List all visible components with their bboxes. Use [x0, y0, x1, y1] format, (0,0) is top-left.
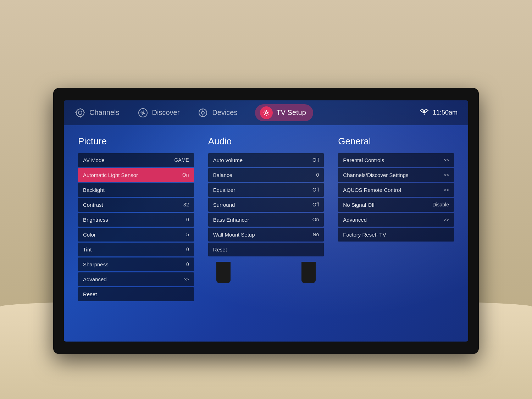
picture-contrast[interactable]: Contrast 32 [78, 198, 194, 212]
aquos-label: AQUOS Remote Control [343, 187, 401, 193]
picture-backlight[interactable]: Backlight [78, 183, 194, 197]
general-advanced[interactable]: Advanced >> [338, 213, 454, 227]
discover-label: Discover [152, 109, 180, 117]
picture-color[interactable]: Color 5 [78, 228, 194, 242]
nav-tvsetup[interactable]: TV Setup [255, 104, 313, 121]
nav-bar: Channels Discover [64, 100, 468, 125]
auto-light-value: On [182, 172, 189, 178]
svg-point-11 [265, 112, 267, 114]
general-advanced-arrows: >> [444, 217, 449, 222]
brightness-label: Brightness [83, 217, 108, 223]
brightness-value: 0 [186, 217, 189, 222]
equalizer-value: Off [312, 187, 319, 193]
picture-brightness[interactable]: Brightness 0 [78, 213, 194, 227]
clock: 11:50am [433, 109, 458, 116]
audio-title: Audio [208, 136, 324, 147]
general-aquos[interactable]: AQUOS Remote Control >> [338, 183, 454, 197]
av-mode-label: AV Mode [83, 157, 105, 163]
general-advanced-label: Advanced [343, 217, 367, 223]
devices-label: Devices [212, 109, 237, 117]
general-parental[interactable]: Parental Controls >> [338, 153, 454, 167]
svg-point-0 [76, 109, 84, 117]
av-mode-value: GAME [174, 157, 189, 163]
general-no-signal[interactable]: No Signal Off Disable [338, 198, 454, 212]
tint-value: 0 [186, 246, 189, 252]
no-signal-label: No Signal Off [343, 202, 375, 208]
balance-value: 0 [316, 172, 319, 178]
nav-discover[interactable]: Discover [137, 107, 180, 118]
sharpness-value: 0 [186, 261, 189, 267]
nav-right: 11:50am [420, 108, 458, 117]
nav-items: Channels Discover [74, 104, 313, 121]
general-title: General [338, 136, 454, 147]
audio-reset-label: Reset [213, 246, 227, 253]
svg-point-8 [201, 111, 204, 114]
picture-tint[interactable]: Tint 0 [78, 243, 194, 256]
audio-surround[interactable]: Surround Off [208, 198, 324, 212]
color-label: Color [83, 232, 96, 238]
bass-enhancer-label: Bass Enhancer [213, 217, 249, 223]
contrast-value: 32 [183, 202, 189, 207]
bass-enhancer-value: On [312, 217, 319, 222]
equalizer-label: Equalizer [213, 187, 235, 193]
audio-balance[interactable]: Balance 0 [208, 168, 324, 182]
audio-equalizer[interactable]: Equalizer Off [208, 183, 324, 197]
backlight-label: Backlight [83, 187, 105, 193]
picture-section: Picture AV Mode GAME Automatic Light Sen… [78, 136, 194, 302]
settings-content: Picture AV Mode GAME Automatic Light Sen… [64, 125, 468, 313]
general-factory-reset[interactable]: Factory Reset- TV [338, 228, 454, 242]
audio-wall-mount[interactable]: Wall Mount Setup No [208, 228, 324, 242]
color-value: 5 [186, 232, 189, 237]
parental-label: Parental Controls [343, 157, 384, 163]
tvsetup-icon [260, 106, 273, 119]
contrast-label: Contrast [83, 202, 103, 208]
picture-sharpness[interactable]: Sharpness 0 [78, 257, 194, 271]
auto-volume-value: Off [312, 157, 319, 163]
sharpness-label: Sharpness [83, 261, 109, 267]
wifi-icon [420, 108, 428, 117]
audio-bass-enhancer[interactable]: Bass Enhancer On [208, 213, 324, 227]
channels-discover-arrows: >> [444, 172, 449, 178]
no-signal-value: Disable [432, 202, 449, 207]
picture-advanced-label: Advanced [83, 276, 107, 282]
channels-discover-label: Channels/Discover Settings [343, 172, 408, 178]
surround-value: Off [312, 202, 319, 207]
audio-auto-volume[interactable]: Auto volume Off [208, 153, 324, 167]
factory-reset-label: Factory Reset- TV [343, 232, 386, 238]
surround-label: Surround [213, 202, 235, 208]
general-section: General Parental Controls >> Channels/Di… [338, 136, 454, 302]
tv-screen: Channels Discover [64, 100, 468, 342]
picture-auto-light[interactable]: Automatic Light Sensor On [78, 168, 194, 182]
picture-advanced-arrows: >> [183, 277, 189, 282]
wall-mount-label: Wall Mount Setup [213, 232, 255, 238]
auto-volume-label: Auto volume [213, 157, 243, 163]
tv-frame: Channels Discover [53, 88, 479, 354]
svg-point-1 [78, 111, 82, 115]
picture-reset[interactable]: Reset [78, 287, 194, 301]
tint-label: Tint [83, 246, 92, 253]
channels-label: Channels [89, 109, 120, 117]
wall-mount-value: No [312, 232, 319, 237]
aquos-arrows: >> [444, 187, 449, 193]
picture-title: Picture [78, 136, 194, 147]
picture-advanced[interactable]: Advanced >> [78, 272, 194, 286]
picture-reset-label: Reset [83, 291, 97, 297]
audio-reset[interactable]: Reset [208, 243, 324, 256]
audio-section: Audio Auto volume Off Balance 0 Equalize… [208, 136, 324, 302]
balance-label: Balance [213, 172, 232, 178]
nav-devices[interactable]: Devices [197, 107, 237, 118]
general-channels-discover[interactable]: Channels/Discover Settings >> [338, 168, 454, 182]
tvsetup-label: TV Setup [276, 109, 306, 117]
auto-light-label: Automatic Light Sensor [83, 172, 138, 178]
parental-arrows: >> [444, 157, 449, 163]
picture-av-mode[interactable]: AV Mode GAME [78, 153, 194, 167]
nav-channels[interactable]: Channels [74, 107, 120, 118]
